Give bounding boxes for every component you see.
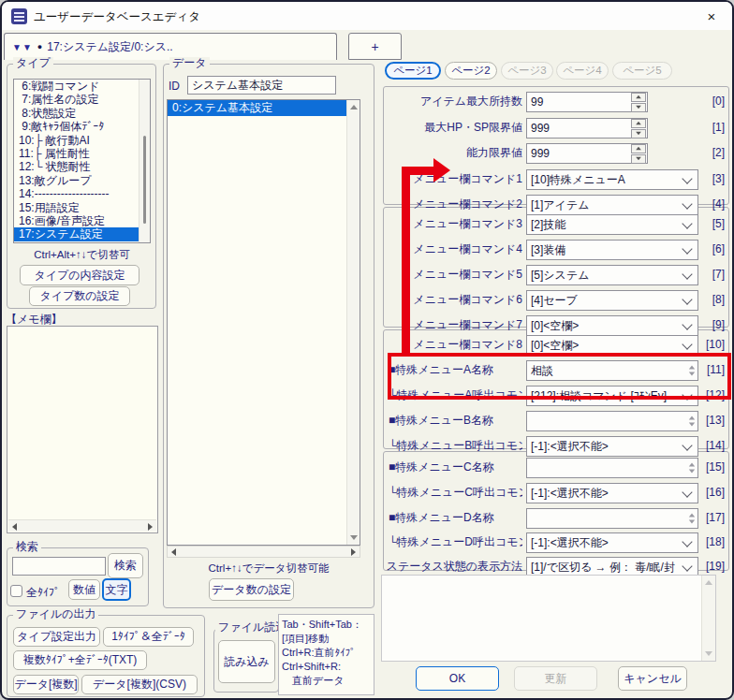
field-select[interactable]: [-1]:<選択不能> [526,532,698,553]
list-item[interactable]: 6:戦闘コマンド [14,80,150,93]
scrollbar-thumb[interactable] [143,136,146,224]
field-index: [2] [698,143,725,162]
close-icon[interactable]: × [697,4,727,28]
search-button[interactable]: 検索 [108,553,143,578]
collapse-triangles-icon[interactable]: ▼▼ [12,42,33,52]
field-index: [12] [698,386,725,404]
shortcut-line: Tab・Shift+Tab： [282,618,371,632]
spinner-up-icon[interactable] [631,93,646,102]
ok-button[interactable]: OK [416,666,499,691]
tab-page5: ページ5 [612,62,672,80]
type-list[interactable]: 6:戦闘コマンド 7:属性名の設定 8:状態設定 9:敵ｷｬﾗ個体ﾃﾞｰﾀ 10… [13,79,151,243]
list-item[interactable]: 15:用語設定 [14,201,150,214]
field-select[interactable]: [4]セーブ [526,290,698,311]
list-item[interactable]: 16:画像/音声設定 [14,214,150,227]
search-input[interactable] [12,557,106,576]
field-label: ■特殊メニューD名称 [384,508,522,527]
spinner[interactable] [688,462,696,474]
field-select[interactable]: [5]システム [526,265,698,285]
list-item[interactable]: 9:敵ｷｬﾗ個体ﾃﾞｰﾀ [14,120,150,133]
spinner-down-icon[interactable] [631,129,646,139]
data-count-settings-button[interactable]: データ数の設定 [209,578,294,601]
data-list-hscrollbar[interactable] [167,546,360,558]
field-select[interactable]: [212]:相談コマンド [ｺﾓﾝEv] [526,386,698,406]
search-text-button[interactable]: 文字 [102,578,131,601]
field-index: [10] [698,335,725,354]
one-type-all-data-export-button[interactable]: 1ﾀｲﾌﾟ＆全ﾃﾞｰﾀ [103,627,194,647]
tab-page1[interactable]: ページ1 [385,62,441,80]
list-item-selected[interactable]: 0:システム基本設定 [168,100,353,116]
file-load-button[interactable]: 読み込み [218,640,275,683]
add-tab-button[interactable]: + [348,33,402,60]
spinner[interactable] [688,416,696,427]
field-index: [9] [698,315,725,334]
field-number-input[interactable]: 99 [526,92,648,112]
tab-page2[interactable]: ページ2 [445,62,497,80]
spinner-up-icon[interactable] [631,119,646,128]
field-name-input[interactable] [526,508,698,529]
type-content-settings-button[interactable]: タイプの内容設定 [20,265,139,285]
list-item[interactable]: 11:├ 属性耐性 [14,147,150,160]
record-dot-icon: ● [37,42,42,51]
field-select[interactable]: [2]技能 [526,214,698,235]
field-label: └特殊メニューC呼出コモン [384,483,522,502]
shortcut-line: 直前データ [282,674,371,688]
type-settings-export-button[interactable]: タイプ設定出力 [13,627,100,647]
window-title: ユーザーデータベースエディタ [34,9,200,25]
list-item[interactable]: 12:└ 状態耐性 [14,160,150,173]
field-select[interactable]: [3]装備 [526,240,698,260]
data-multi-export-button[interactable]: データ[複数] [13,675,79,694]
list-item[interactable]: 13:敵グループ [14,174,150,187]
spinner-up-icon[interactable] [631,144,646,153]
data-id-input[interactable]: システム基本設定 [187,76,336,95]
description-box [381,575,716,662]
memo-hscrollbar[interactable] [8,519,156,532]
field-name-input[interactable] [526,458,698,478]
field-select[interactable]: [10]特殊メニューA [526,169,698,190]
cancel-button[interactable]: キャンセル [618,666,687,691]
multi-type-all-data-txt-export-button[interactable]: 複数ﾀｲﾌﾟ+全ﾃﾞｰﾀ(TXT) [13,650,147,670]
search-numeric-button[interactable]: 数値 [68,579,100,600]
field-label: メニュー欄コマンド5 [384,265,522,284]
list-item[interactable]: 8:状態設定 [14,107,150,120]
field-select[interactable]: [0]<空欄> [526,315,698,336]
chevron-down-icon [682,294,692,304]
field-index: [4] [698,195,725,213]
field-name-input[interactable] [526,411,698,431]
scroll-left-icon[interactable] [12,523,17,531]
spinner[interactable] [688,513,696,524]
field-label: └特殊メニューD呼出コモン [384,532,522,551]
field-name-input[interactable]: 相談 [526,360,698,381]
list-item-selected[interactable]: 17:システム設定 [14,227,141,241]
scroll-right-icon[interactable] [351,548,356,556]
data-multi-csv-export-button[interactable]: データ[複数](CSV) [81,675,198,694]
all-type-checkbox-label[interactable]: 全ﾀｲﾌﾟ [26,585,60,601]
scroll-left-icon[interactable] [171,548,176,556]
type-count-settings-button[interactable]: タイプ数の設定 [29,286,130,306]
scroll-down-icon[interactable] [350,535,358,540]
user-database-editor-window: ユーザーデータベースエディタ × ▼▼ ● 17:システム設定/0:シス.. +… [0,0,734,700]
field-select[interactable]: [-1]:<選択不能> [526,436,698,457]
list-item[interactable]: 7:属性名の設定 [14,93,150,106]
field-select[interactable]: [0]<空欄> [526,335,698,356]
spinner[interactable] [688,365,696,376]
scroll-up-icon[interactable] [350,105,358,109]
field-number-input[interactable]: 999 [526,143,648,164]
field-select[interactable]: [1]アイテム [526,195,698,215]
data-list-scrollbar[interactable] [346,100,360,545]
scroll-right-icon[interactable] [148,523,153,531]
all-type-checkbox[interactable] [10,585,22,597]
spinner-down-icon[interactable] [631,154,646,164]
field-index: [17] [698,508,725,527]
spinner-down-icon[interactable] [631,103,646,112]
field-number-input[interactable]: 999 [526,118,648,139]
description-scrollbar[interactable] [701,576,715,661]
field-label: メニュー欄コマンド6 [384,290,522,309]
tab-current-record[interactable]: ▼▼ ● 17:システム設定/0:シス.. [4,33,337,60]
field-select[interactable]: [-1]:<選択不能> [526,483,698,503]
list-item[interactable]: 10:├ 敵行動AI [14,134,150,147]
type-list-scrollbar[interactable] [139,80,150,242]
list-item[interactable]: 14:-------------------- [14,187,150,200]
data-list[interactable]: 0:システム基本設定 [167,99,360,546]
memo-textarea[interactable] [7,326,158,533]
